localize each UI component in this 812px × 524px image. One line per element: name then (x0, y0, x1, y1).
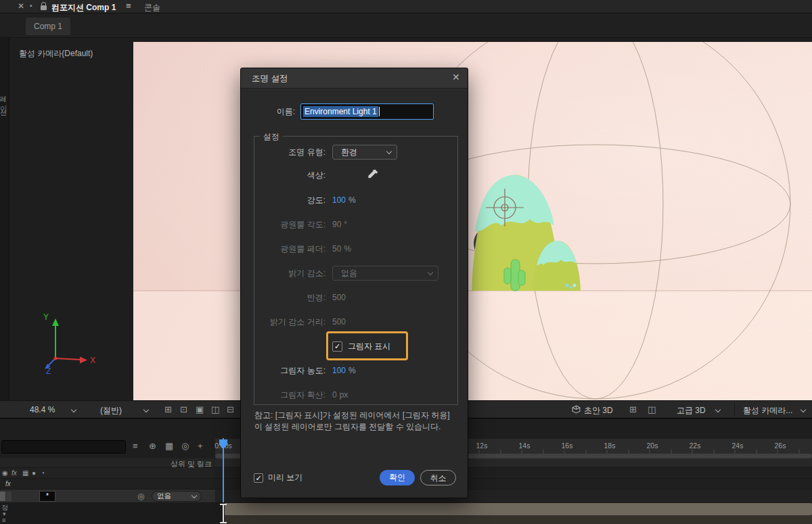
preview-checkbox[interactable] (254, 473, 263, 483)
cone-angle-label: 광원뿔 각도: (258, 217, 325, 232)
tab-composition-comp1[interactable]: 컴포지션 Comp 1 (51, 2, 116, 14)
text-caret (379, 107, 380, 116)
comp-1-tab-label: Comp 1 (34, 22, 62, 31)
after-effects-window: ✕ ▪ 컴포지션 Comp 1 ≡ 콘솔 Comp 1 레이 션 활성 카메라(… (0, 0, 812, 524)
renderer-chevron-icon[interactable] (715, 407, 721, 412)
selected-layer-row[interactable]: * ◎ 없음 (0, 490, 215, 503)
resolution-chevron-icon[interactable] (143, 407, 149, 412)
layer-color-chip[interactable] (0, 492, 5, 501)
toolbar-separator (734, 403, 735, 416)
motion-blur-icon[interactable]: ◎ (181, 441, 189, 451)
layer-thumbnail-glyph: * (46, 492, 49, 500)
intensity-value[interactable]: 100 (332, 195, 346, 205)
dialog-title: 조명 설정 (252, 73, 288, 85)
ruler-label: 16s (562, 442, 573, 450)
parent-dropdown-value: 없음 (157, 492, 171, 501)
zoom-chevron-icon[interactable] (71, 407, 76, 412)
cone-feather-value: 50 (332, 244, 341, 254)
exposure-icon[interactable]: ⊟ (227, 404, 234, 414)
active-camera-label: 활성 카메라(Default) (19, 48, 93, 59)
shadow-diffusion-value: 0 (332, 390, 337, 400)
cone-feather-label: 광원뿔 페더: (258, 241, 325, 256)
preview-label: 미리 보기 (268, 472, 302, 483)
light-settings-dialog: 조명 설정 ✕ 이름: Environment Light 1 설정 조명 유형… (240, 68, 468, 498)
shy-icon[interactable]: ◔ (41, 469, 45, 477)
falloff-value: 없음 (341, 268, 357, 279)
eyedropper-icon[interactable] (367, 168, 379, 181)
ruler-label: 26s (775, 442, 786, 450)
3d-ground-plane-icon[interactable]: ⊞ (629, 404, 637, 414)
fx-icon[interactable]: fx (12, 469, 17, 477)
casts-shadows-label: 그림자 표시 (348, 341, 390, 352)
falloff-distance-value: 500 (332, 317, 346, 327)
name-label: 이름: (254, 106, 295, 118)
shadow-darkness-label: 그림자 농도: (258, 363, 325, 378)
graph-editor-icon[interactable]: + (198, 441, 203, 451)
channel-icon[interactable]: ◫ (211, 404, 219, 414)
cone-feather-unit: % (344, 244, 351, 254)
video-icon[interactable]: ◉ (2, 469, 8, 477)
shadow-darkness-unit: % (348, 366, 356, 375)
parent-dropdown[interactable]: 없음 (152, 491, 202, 502)
name-input[interactable]: Environment Light 1 (300, 103, 434, 120)
av-features-row: ◉ fx ▦ ● ◔ (0, 468, 215, 479)
frame-blend-switch-icon[interactable]: ▦ (22, 469, 28, 477)
ok-button[interactable]: 확인 (380, 470, 415, 485)
tab-console[interactable]: 콘솔 (144, 2, 160, 14)
resolution-dropdown[interactable]: (절반) (100, 405, 122, 416)
falloff-label: 밝기 감소: (258, 266, 325, 281)
radius-value: 500 (332, 293, 346, 302)
layer-thumbnail[interactable]: * (39, 491, 55, 502)
3d-view-split-icon[interactable]: ◫ (648, 404, 656, 414)
panel-menu-icon[interactable]: ≡ (126, 1, 131, 11)
ground-plane (133, 291, 812, 400)
axis-gizmo: Y X Z (35, 310, 103, 384)
panel-close-icon[interactable]: ✕ (18, 1, 24, 11)
light-type-dropdown[interactable]: 환경 (332, 145, 397, 160)
shadow-darkness-value[interactable]: 100 (332, 366, 346, 375)
light-type-value: 환경 (341, 147, 357, 158)
layer-lock-chip[interactable] (6, 492, 12, 501)
cancel-button[interactable]: 취소 (420, 470, 456, 485)
bottom-menu-icon[interactable]: ≡ (2, 517, 6, 524)
frame-blend-icon[interactable]: ▦ (165, 441, 173, 451)
cone-angle-value: 90 (332, 220, 341, 229)
ruler-label: 14s (519, 442, 531, 450)
ruler-label: 20s (647, 442, 658, 450)
composition-viewport[interactable] (133, 42, 812, 400)
draft-3d-icon[interactable] (572, 405, 581, 414)
dialog-titlebar[interactable]: 조명 설정 ✕ (241, 68, 468, 89)
shadow-diffusion-unit: px (340, 390, 348, 400)
renderer-dropdown[interactable]: 고급 3D (677, 405, 706, 416)
transparency-grid-icon[interactable]: ⊡ (180, 404, 187, 414)
timeline-search-input[interactable] (1, 440, 126, 454)
solo-icon[interactable]: ● (32, 469, 36, 477)
parent-pickwhip-icon[interactable]: ◎ (137, 492, 144, 501)
horizontal-scrollbar-thumb[interactable] (225, 503, 812, 515)
casts-shadows-checkbox[interactable] (332, 341, 342, 352)
lock-icon[interactable] (41, 5, 47, 10)
collapsed-left-panel: 레이 션 (0, 38, 9, 418)
fx-badge[interactable]: fx (5, 480, 11, 487)
light-type-chevron-icon (386, 148, 392, 153)
view-layout-dropdown[interactable]: 활성 카메라... (743, 405, 792, 416)
preview-row: 미리 보기 (254, 472, 302, 483)
draft-toggle-icon[interactable]: ⊕ (149, 441, 156, 451)
name-input-selected-text: Environment Light 1 (303, 106, 378, 117)
comp-1-tab[interactable]: Comp 1 (26, 18, 70, 35)
fx-row: fx (0, 479, 215, 490)
light-type-label: 조명 유형: (258, 145, 325, 160)
ruler-label: 12s (476, 442, 488, 450)
dialog-close-icon[interactable]: ✕ (452, 72, 460, 82)
ruler-label: 22s (690, 442, 701, 450)
zoom-dropdown[interactable]: 48.4 % (30, 405, 55, 414)
view-layout-chevron-icon[interactable] (800, 407, 806, 412)
mask-visibility-icon[interactable]: ▣ (196, 404, 204, 414)
draft-3d-toggle[interactable]: 초안 3D (584, 405, 613, 416)
playhead-ibeam[interactable] (220, 504, 227, 523)
axis-x-label: X (90, 356, 95, 365)
ruler-label: 24s (732, 442, 744, 450)
region-of-interest-icon[interactable]: ⊞ (164, 404, 172, 414)
composition-selector-strip: Comp 1 (0, 14, 812, 38)
composition-mini-flowchart-icon[interactable]: ≡ (133, 441, 138, 451)
